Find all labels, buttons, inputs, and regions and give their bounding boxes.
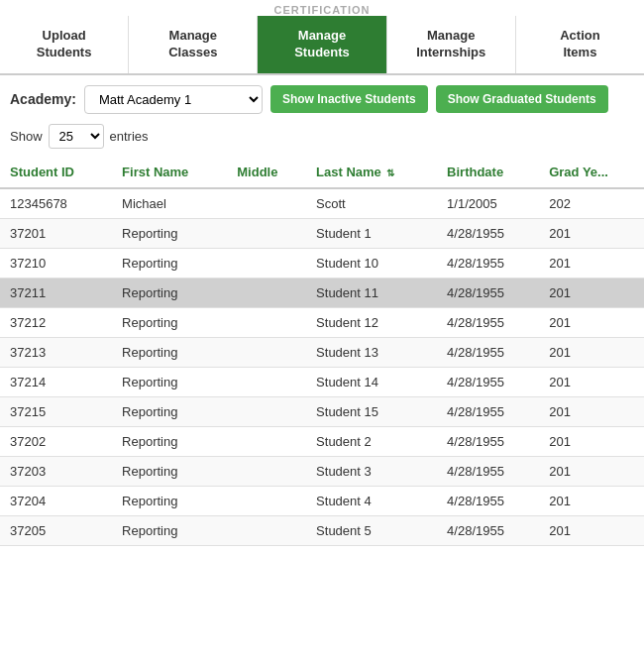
table-row[interactable]: 37210ReportingStudent 104/28/1955201 — [0, 248, 644, 278]
table-row[interactable]: 37212ReportingStudent 124/28/1955201 — [0, 307, 644, 337]
cert-label: CERTIFICATION — [0, 0, 644, 16]
table-container: Student IDFirst NameMiddleLast Name ⇅Bir… — [0, 157, 644, 546]
cell-first-name: Reporting — [112, 248, 227, 278]
show-entries-row: Show 102550100 entries — [0, 120, 644, 157]
cell-grad-year: 201 — [539, 367, 644, 396]
col-grad-year: Grad Ye... — [539, 157, 644, 188]
cell-last-name: Student 12 — [306, 307, 437, 337]
col-middle: Middle — [227, 157, 306, 188]
cell-student-id: 37211 — [0, 278, 112, 307]
cell-last-name: Student 2 — [306, 426, 437, 456]
cell-first-name: Reporting — [112, 218, 227, 248]
table-row[interactable]: 37202ReportingStudent 24/28/1955201 — [0, 426, 644, 456]
cell-grad-year: 201 — [539, 456, 644, 486]
cell-middle — [227, 456, 306, 486]
col-birthdate: Birthdate — [437, 157, 539, 188]
cell-first-name: Michael — [112, 188, 227, 219]
cell-middle — [227, 218, 306, 248]
table-row[interactable]: 12345678MichaelScott1/1/2005202 — [0, 188, 644, 219]
cell-last-name: Student 1 — [306, 218, 437, 248]
cell-birthdate: 4/28/1955 — [437, 337, 539, 367]
nav-item-manage-students[interactable]: ManageStudents — [258, 16, 386, 73]
cell-grad-year: 201 — [539, 515, 644, 545]
cell-birthdate: 1/1/2005 — [437, 188, 539, 219]
table-row[interactable]: 37201ReportingStudent 14/28/1955201 — [0, 218, 644, 248]
nav-item-manage-internships[interactable]: ManageInternships — [387, 16, 516, 73]
cell-middle — [227, 307, 306, 337]
show-inactive-button[interactable]: Show Inactive Students — [270, 85, 428, 113]
cell-student-id: 37210 — [0, 248, 112, 278]
cell-birthdate: 4/28/1955 — [437, 278, 539, 307]
top-nav: UploadStudentsManageClassesManageStudent… — [0, 16, 644, 75]
sort-icon-last-name: ⇅ — [383, 167, 394, 178]
cell-first-name: Reporting — [112, 456, 227, 486]
cell-student-id: 37204 — [0, 486, 112, 515]
cell-last-name: Student 11 — [306, 278, 437, 307]
nav-item-manage-classes[interactable]: ManageClasses — [129, 16, 258, 73]
cell-grad-year: 201 — [539, 218, 644, 248]
cell-first-name: Reporting — [112, 307, 227, 337]
cell-middle — [227, 367, 306, 396]
cell-first-name: Reporting — [112, 337, 227, 367]
cell-grad-year: 201 — [539, 337, 644, 367]
table-row[interactable]: 37214ReportingStudent 144/28/1955201 — [0, 367, 644, 396]
cell-grad-year: 201 — [539, 307, 644, 337]
cell-birthdate: 4/28/1955 — [437, 515, 539, 545]
table-row[interactable]: 37205ReportingStudent 54/28/1955201 — [0, 515, 644, 545]
cell-student-id: 12345678 — [0, 188, 112, 219]
cell-student-id: 37215 — [0, 396, 112, 426]
table-row[interactable]: 37211ReportingStudent 114/28/1955201 — [0, 278, 644, 307]
students-table: Student IDFirst NameMiddleLast Name ⇅Bir… — [0, 157, 644, 546]
cell-middle — [227, 396, 306, 426]
cell-student-id: 37212 — [0, 307, 112, 337]
cell-grad-year: 201 — [539, 426, 644, 456]
cell-first-name: Reporting — [112, 486, 227, 515]
cell-student-id: 37213 — [0, 337, 112, 367]
col-student-id: Student ID — [0, 157, 112, 188]
col-last-name[interactable]: Last Name ⇅ — [306, 157, 437, 188]
cell-birthdate: 4/28/1955 — [437, 426, 539, 456]
nav-item-upload-students[interactable]: UploadStudents — [0, 16, 129, 73]
cell-middle — [227, 486, 306, 515]
show-graduated-button[interactable]: Show Graduated Students — [436, 85, 608, 113]
cell-grad-year: 201 — [539, 278, 644, 307]
entries-select[interactable]: 102550100 — [49, 124, 104, 149]
entries-label: entries — [110, 129, 149, 144]
cell-last-name: Student 3 — [306, 456, 437, 486]
table-row[interactable]: 37204ReportingStudent 44/28/1955201 — [0, 486, 644, 515]
cell-middle — [227, 515, 306, 545]
cell-student-id: 37203 — [0, 456, 112, 486]
cell-last-name: Student 4 — [306, 486, 437, 515]
cell-student-id: 37201 — [0, 218, 112, 248]
cell-middle — [227, 248, 306, 278]
table-row[interactable]: 37213ReportingStudent 134/28/1955201 — [0, 337, 644, 367]
table-row[interactable]: 37203ReportingStudent 34/28/1955201 — [0, 456, 644, 486]
cell-first-name: Reporting — [112, 278, 227, 307]
academy-label: Academy: — [10, 91, 76, 107]
cell-grad-year: 201 — [539, 486, 644, 515]
cell-first-name: Reporting — [112, 515, 227, 545]
cell-last-name: Student 13 — [306, 337, 437, 367]
cell-last-name: Student 5 — [306, 515, 437, 545]
cell-middle — [227, 337, 306, 367]
cell-middle — [227, 278, 306, 307]
cell-first-name: Reporting — [112, 367, 227, 396]
col-first-name: First Name — [112, 157, 227, 188]
academy-select[interactable]: Matt Academy 1 — [84, 85, 263, 114]
cell-middle — [227, 426, 306, 456]
cell-birthdate: 4/28/1955 — [437, 456, 539, 486]
cell-grad-year: 202 — [539, 188, 644, 219]
cell-birthdate: 4/28/1955 — [437, 248, 539, 278]
nav-item-action-items[interactable]: ActionItems — [516, 16, 644, 73]
controls-row: Academy: Matt Academy 1 Show Inactive St… — [0, 75, 644, 120]
cell-student-id: 37214 — [0, 367, 112, 396]
cell-birthdate: 4/28/1955 — [437, 307, 539, 337]
cell-student-id: 37202 — [0, 426, 112, 456]
table-row[interactable]: 37215ReportingStudent 154/28/1955201 — [0, 396, 644, 426]
cell-birthdate: 4/28/1955 — [437, 218, 539, 248]
cell-birthdate: 4/28/1955 — [437, 486, 539, 515]
cell-first-name: Reporting — [112, 426, 227, 456]
cell-first-name: Reporting — [112, 396, 227, 426]
cell-middle — [227, 188, 306, 219]
cell-grad-year: 201 — [539, 248, 644, 278]
